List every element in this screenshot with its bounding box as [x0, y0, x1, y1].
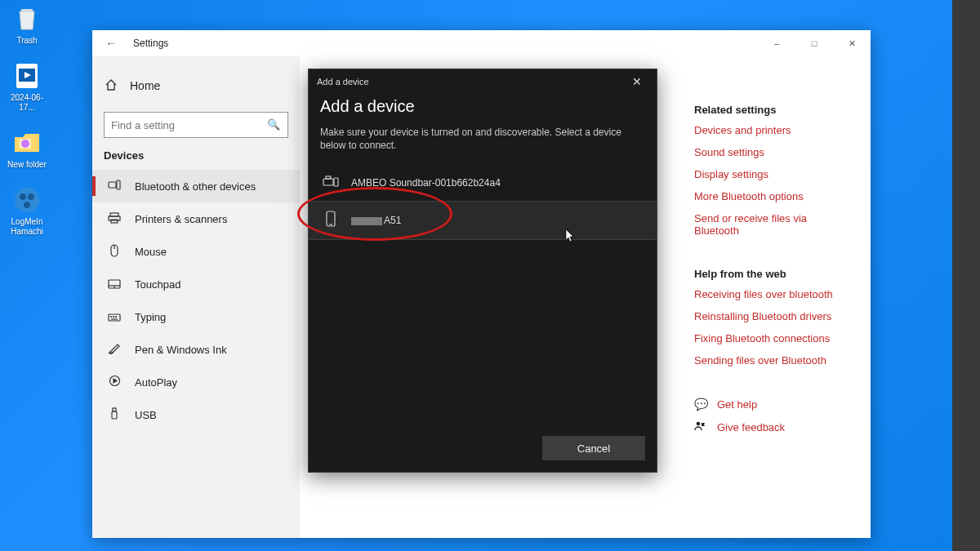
svg-point-22	[114, 316, 114, 317]
desktop-icon-label: LogMeIn Hamachi	[4, 217, 50, 237]
help-link[interactable]: Sending files over Bluetooth	[694, 354, 849, 367]
svg-rect-20	[109, 314, 120, 321]
desktop-icon-trash[interactable]: Trash	[4, 3, 50, 46]
speaker-icon	[322, 175, 340, 192]
svg-point-9	[24, 202, 30, 208]
nav-item-label: Bluetooth & other devices	[135, 180, 256, 193]
svg-rect-11	[117, 180, 120, 189]
svg-point-29	[697, 422, 701, 426]
help-link[interactable]: Fixing Bluetooth connections	[694, 332, 849, 344]
svg-point-8	[28, 193, 34, 200]
video-file-icon	[11, 60, 43, 91]
link-more-bluetooth[interactable]: More Bluetooth options	[694, 190, 849, 202]
svg-point-5	[21, 140, 29, 148]
settings-window: ← Settings – □ ✕ Home 🔍	[92, 30, 871, 538]
nav-item-label: Printers & scanners	[135, 213, 227, 225]
touchpad-icon	[107, 278, 122, 291]
feedback-icon	[694, 420, 707, 434]
nav-item-label: Typing	[135, 311, 166, 323]
chat-icon: 💬	[694, 398, 707, 411]
search-input[interactable]	[104, 112, 288, 138]
nav-touchpad[interactable]: Touchpad	[92, 268, 300, 300]
get-help-label: Get help	[717, 398, 757, 411]
add-device-modal: Add a device ✕ Add a device Make sure yo…	[308, 69, 657, 473]
svg-rect-33	[327, 211, 335, 226]
svg-point-23	[116, 316, 117, 317]
phone-icon	[322, 211, 340, 231]
svg-rect-12	[110, 213, 118, 216]
svg-point-6	[15, 188, 39, 212]
svg-rect-30	[323, 179, 333, 185]
modal-titlebar: Add a device ✕	[309, 69, 657, 94]
modal-subtext: Make sure your device is turned on and d…	[320, 126, 645, 152]
svg-rect-32	[334, 178, 338, 186]
autoplay-icon	[107, 375, 122, 389]
usb-icon	[107, 407, 122, 423]
nav-item-label: Pen & Windows Ink	[135, 344, 227, 356]
svg-rect-0	[21, 9, 33, 12]
desktop-icons-column: Trash 2024-06-17... New folder LogMeIn H…	[4, 3, 53, 251]
svg-point-21	[111, 316, 112, 317]
svg-rect-10	[109, 182, 116, 188]
pen-icon	[107, 343, 122, 357]
nav-typing[interactable]: Typing	[92, 300, 300, 333]
keyboard-icon	[107, 310, 122, 324]
home-icon	[104, 78, 118, 94]
nav-item-label: AutoPlay	[135, 376, 177, 389]
give-feedback-link[interactable]: Give feedback	[694, 420, 849, 434]
desktop-icon-label: New folder	[4, 160, 50, 170]
settings-nav-panel: Home 🔍 Devices Bluetooth & other devices	[92, 56, 300, 538]
nav-pen[interactable]: Pen & Windows Ink	[92, 333, 300, 366]
nav-mouse[interactable]: Mouse	[92, 235, 300, 268]
device-row-soundbar[interactable]: AMBEO Soundbar-001b662b24a4	[320, 165, 645, 201]
modal-title: Add a device	[317, 77, 369, 87]
devices-icon	[107, 180, 122, 193]
nav-autoplay[interactable]: AutoPlay	[92, 366, 300, 398]
nav-section-header: Devices	[92, 149, 300, 170]
maximize-button[interactable]: □	[795, 30, 833, 56]
svg-rect-28	[112, 411, 117, 419]
folder-icon	[11, 127, 43, 158]
give-feedback-label: Give feedback	[717, 421, 785, 433]
device-label: A51	[351, 215, 401, 226]
settings-titlebar: ← Settings – □ ✕	[92, 30, 871, 56]
modal-heading: Add a device	[320, 97, 645, 116]
device-row-phone[interactable]: A51	[309, 201, 657, 240]
desktop-icon-hamachi[interactable]: LogMeIn Hamachi	[4, 184, 50, 237]
nav-item-label: Mouse	[135, 246, 167, 258]
cancel-button[interactable]: Cancel	[542, 436, 645, 460]
svg-point-7	[20, 193, 26, 200]
get-help-link[interactable]: 💬 Get help	[694, 398, 849, 411]
desktop-icon-video[interactable]: 2024-06-17...	[4, 60, 50, 113]
svg-rect-31	[326, 176, 331, 179]
device-label: AMBEO Soundbar-001b662b24a4	[351, 177, 501, 189]
svg-marker-26	[114, 379, 117, 383]
trash-icon	[11, 3, 43, 34]
link-sound-settings[interactable]: Sound settings	[694, 146, 849, 158]
link-display-settings[interactable]: Display settings	[694, 168, 849, 180]
link-send-receive-bluetooth[interactable]: Send or receive files via Bluetooth	[694, 212, 849, 237]
help-heading: Help from the web	[694, 268, 849, 280]
help-link[interactable]: Receiving files over bluetooth	[694, 288, 849, 300]
help-link[interactable]: Reinstalling Bluetooth drivers	[694, 310, 849, 322]
desktop-icon-label: Trash	[4, 36, 50, 46]
printer-icon	[107, 212, 122, 226]
nav-home-label: Home	[130, 79, 160, 92]
desktop-icon-folder[interactable]: New folder	[4, 127, 50, 170]
nav-item-label: Touchpad	[135, 278, 180, 291]
modal-close-button[interactable]: ✕	[626, 75, 648, 88]
nav-usb[interactable]: USB	[92, 398, 300, 431]
nav-home[interactable]: Home	[92, 68, 300, 104]
nav-item-label: USB	[135, 409, 157, 421]
nav-printers[interactable]: Printers & scanners	[92, 202, 300, 235]
back-button[interactable]: ←	[92, 37, 130, 50]
related-settings-heading: Related settings	[694, 104, 849, 116]
window-title: Settings	[130, 38, 168, 49]
nav-bluetooth[interactable]: Bluetooth & other devices	[92, 170, 300, 202]
mouse-icon	[107, 244, 122, 260]
close-button[interactable]: ✕	[833, 30, 871, 56]
hamachi-icon	[11, 184, 43, 216]
svg-rect-27	[113, 408, 116, 411]
link-devices-printers[interactable]: Devices and printers	[694, 124, 849, 136]
minimize-button[interactable]: –	[758, 30, 795, 56]
